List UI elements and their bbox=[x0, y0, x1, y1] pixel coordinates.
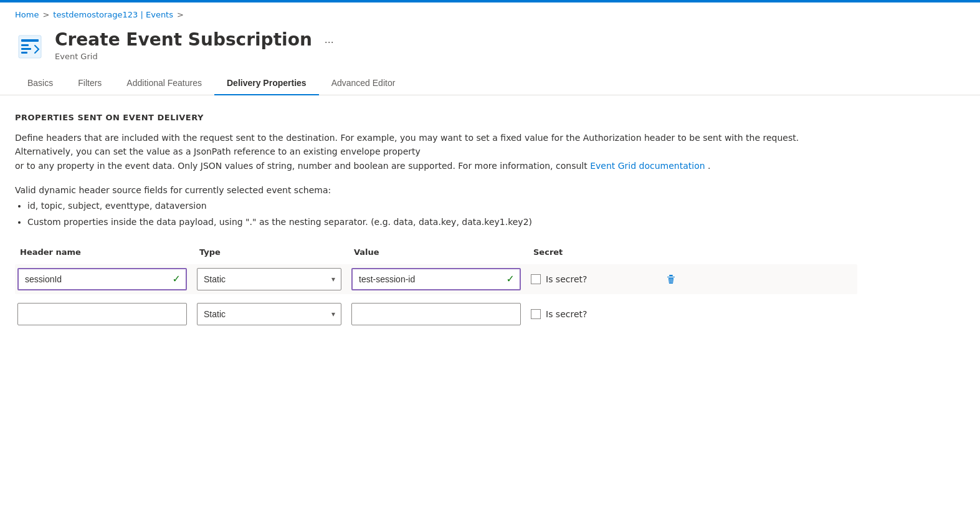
bullet2: Custom properties inside the data payloa… bbox=[27, 214, 857, 230]
row2-value-input[interactable] bbox=[351, 303, 521, 325]
section-title: PROPERTIES SENT ON EVENT DELIVERY bbox=[15, 113, 857, 122]
valid-fields: Valid dynamic header source fields for c… bbox=[15, 183, 857, 230]
valid-label: Valid dynamic header source fields for c… bbox=[15, 185, 331, 195]
row1-type-select[interactable]: Static Dynamic bbox=[197, 268, 341, 290]
breadcrumb-sep1: > bbox=[42, 10, 49, 19]
row1-value-wrapper: ✓ bbox=[351, 268, 521, 290]
row2-type-select[interactable]: Static Dynamic bbox=[197, 303, 341, 325]
svg-rect-2 bbox=[21, 44, 29, 46]
row1-secret-label: Is secret? bbox=[546, 274, 587, 284]
svg-rect-4 bbox=[21, 52, 27, 54]
main-content: PROPERTIES SENT ON EVENT DELIVERY Define… bbox=[0, 95, 872, 351]
row2-header-name-input[interactable] bbox=[17, 303, 187, 325]
row1-actions-cell bbox=[658, 271, 695, 287]
row1-type-cell: Static Dynamic ▾ bbox=[194, 268, 344, 290]
row1-secret-cell: Is secret? bbox=[528, 274, 653, 284]
description-text1: Define headers that are included with th… bbox=[15, 133, 799, 156]
tab-filters[interactable]: Filters bbox=[65, 72, 114, 95]
event-grid-docs-link[interactable]: Event Grid documentation bbox=[590, 161, 705, 171]
table-row: ✓ Static Dynamic ▾ ✓ Is secret? bbox=[15, 264, 857, 294]
col-secret: Secret bbox=[528, 247, 653, 257]
row2-header-name-cell bbox=[15, 303, 189, 325]
table-header: Header name Type Value Secret bbox=[15, 242, 857, 262]
tab-delivery-properties[interactable]: Delivery Properties bbox=[214, 72, 319, 95]
page-title-area: Create Event Subscription ... Event Grid bbox=[55, 29, 339, 61]
breadcrumb-sep2: > bbox=[177, 10, 184, 19]
row1-secret-checkbox[interactable] bbox=[531, 274, 541, 284]
row2-value-wrapper bbox=[351, 303, 521, 325]
row2-secret-wrapper: Is secret? bbox=[531, 309, 650, 319]
row1-header-name-input[interactable] bbox=[17, 268, 187, 290]
more-options-button[interactable]: ... bbox=[320, 31, 339, 49]
row1-header-name-cell: ✓ bbox=[15, 268, 189, 290]
tab-basics[interactable]: Basics bbox=[15, 72, 65, 95]
page-title-row: Create Event Subscription ... bbox=[55, 29, 339, 50]
row1-header-name-wrapper: ✓ bbox=[17, 268, 187, 290]
col-type: Type bbox=[194, 247, 344, 257]
row1-type-select-wrapper: Static Dynamic ▾ bbox=[197, 268, 341, 290]
col-value: Value bbox=[349, 247, 523, 257]
row2-type-select-wrapper: Static Dynamic ▾ bbox=[197, 303, 341, 325]
table-row: Static Dynamic ▾ Is secret? bbox=[15, 299, 857, 329]
svg-rect-3 bbox=[21, 48, 31, 50]
description-period: . bbox=[708, 161, 710, 171]
breadcrumb-storage[interactable]: testdemostorage123 | Events bbox=[53, 10, 173, 19]
row1-delete-button[interactable] bbox=[660, 271, 682, 287]
description-text2: or to any property in the event data. On… bbox=[15, 161, 590, 171]
page-subtitle: Event Grid bbox=[55, 52, 339, 61]
row1-value-input[interactable] bbox=[351, 268, 521, 290]
row2-secret-label: Is secret? bbox=[546, 309, 587, 319]
col-header-name: Header name bbox=[15, 247, 189, 257]
svg-rect-0 bbox=[19, 36, 41, 58]
tab-additional-features[interactable]: Additional Features bbox=[114, 72, 214, 95]
row1-value-cell: ✓ bbox=[349, 268, 523, 290]
row1-header-name-check-icon: ✓ bbox=[173, 273, 181, 285]
row2-value-cell bbox=[349, 303, 523, 325]
breadcrumb: Home > testdemostorage123 | Events > bbox=[0, 2, 980, 24]
description: Define headers that are included with th… bbox=[15, 131, 825, 173]
svg-rect-1 bbox=[21, 39, 39, 42]
row2-header-name-wrapper bbox=[17, 303, 187, 325]
row2-secret-cell: Is secret? bbox=[528, 309, 653, 319]
row2-type-cell: Static Dynamic ▾ bbox=[194, 303, 344, 325]
page-title: Create Event Subscription bbox=[55, 29, 312, 50]
tabs-container: Basics Filters Additional Features Deliv… bbox=[0, 62, 980, 95]
event-grid-icon bbox=[15, 32, 45, 62]
tab-advanced-editor[interactable]: Advanced Editor bbox=[319, 72, 408, 95]
page-header: Create Event Subscription ... Event Grid bbox=[0, 24, 980, 62]
row1-secret-wrapper: Is secret? bbox=[531, 274, 650, 284]
row2-secret-checkbox[interactable] bbox=[531, 309, 541, 319]
bullet1: id, topic, subject, eventtype, dataversi… bbox=[27, 198, 857, 214]
breadcrumb-home[interactable]: Home bbox=[15, 10, 39, 19]
trash-icon bbox=[665, 274, 677, 285]
col-actions bbox=[658, 247, 695, 257]
row1-value-check-icon: ✓ bbox=[507, 273, 515, 285]
